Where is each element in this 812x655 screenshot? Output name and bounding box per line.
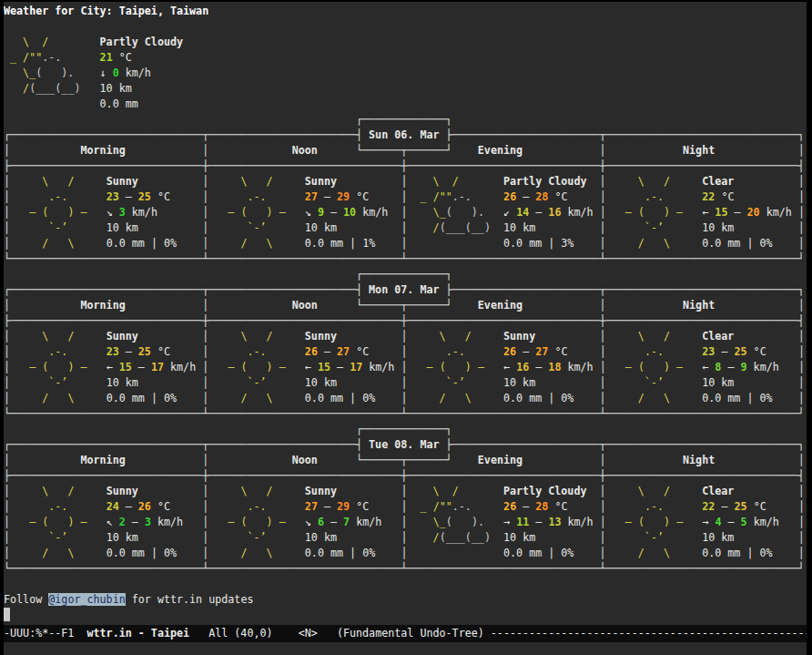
visibility-value: 10 km <box>702 531 734 544</box>
sunny-icon: `-’ <box>613 531 695 544</box>
emacs-minibuffer[interactable] <box>4 642 807 655</box>
text <box>535 376 599 389</box>
wind-value: 9 <box>318 206 324 219</box>
partly-cloudy-icon: ( ). <box>446 206 484 219</box>
text <box>606 500 613 513</box>
forecast-row: │ \ / Sunny │ \ / Sunny │ \ / Sunny │ \ … <box>4 329 807 344</box>
text <box>170 190 202 203</box>
text <box>100 531 107 544</box>
visibility-value: 10 km <box>100 82 132 95</box>
text <box>606 376 613 389</box>
text <box>452 144 478 157</box>
partly-cloudy-icon: .-. <box>452 500 472 513</box>
sunny-icon: / \ <box>613 392 695 404</box>
sunny-icon: \ / <box>16 330 99 343</box>
text: °C <box>113 51 132 64</box>
day-box-border: └──────┬──────┘ <box>356 299 452 312</box>
emacs-buffer-wttr-report[interactable]: Weather for City: Taipei, Taiwan \ / Par… <box>4 2 807 625</box>
forecast-day-table: ┌─────────────┐┌────────────────────────… <box>4 422 807 577</box>
partly-cloudy-icon: ( ). <box>446 516 484 528</box>
text <box>299 547 305 559</box>
text: – <box>529 361 548 374</box>
text: – <box>126 516 145 528</box>
text <box>10 299 80 312</box>
text <box>407 500 413 513</box>
sunny-icon: ‒ ( ) ‒ <box>16 516 99 528</box>
text: │ <box>4 531 10 544</box>
text <box>734 221 797 234</box>
table-top-border: ┌──────────────────────────────┬────────… <box>4 282 807 298</box>
text <box>299 190 305 203</box>
text <box>523 454 599 466</box>
wind-value: 5 <box>741 516 747 528</box>
text: │ <box>798 144 805 157</box>
text <box>4 97 86 110</box>
text <box>606 516 613 528</box>
text: – <box>324 516 343 528</box>
text <box>100 376 107 389</box>
wind-value: 17 <box>350 361 362 374</box>
text: │ <box>798 299 805 312</box>
text: │ <box>798 485 805 497</box>
sunny-icon: / \ <box>16 237 99 250</box>
text: │ <box>4 206 10 219</box>
table-separator: ├──────────────────────────────┼────────… <box>4 159 807 174</box>
condition-label: Sunny <box>503 330 535 343</box>
period-header: Night <box>683 454 715 466</box>
visibility-value: 10 km <box>702 376 734 389</box>
sunny-icon: .-. <box>16 345 99 358</box>
text <box>86 97 99 110</box>
text: │ <box>600 500 606 513</box>
sunny-icon: ‒ ( ) ‒ <box>613 516 695 528</box>
wind-value: 15 <box>119 361 132 374</box>
text: – <box>132 361 151 374</box>
table-border: └──────────────────────────────┴────────… <box>4 562 805 575</box>
text <box>87 82 100 95</box>
emacs-modeline[interactable]: -UUU:%*--F1 wttr.in - Taipei All (40,0) … <box>4 625 807 642</box>
text <box>535 531 599 544</box>
text <box>318 299 356 312</box>
text: ← <box>702 361 715 374</box>
text <box>497 206 503 219</box>
forecast-row: │ / \ 0.0 mm | 0% │ / \ 0.0 mm | 0% │ / … <box>4 391 807 406</box>
text <box>100 206 107 219</box>
sunny-icon: `-’ <box>413 376 496 389</box>
text: │ <box>4 361 10 374</box>
sunny-icon: `-’ <box>16 376 99 389</box>
visibility-value: 10 km <box>503 221 535 234</box>
wind-value: 16 <box>516 361 529 374</box>
modeline-flags: -UUU:%*--F1 <box>4 627 86 640</box>
wind-value: 14 <box>516 206 529 219</box>
table-border: ├───────────────────────┬───────────────… <box>446 128 805 141</box>
current-conditions: \ / Partly Cloudy _ /"".-. 21 °C \_( ). … <box>4 35 807 112</box>
table-separator: ├──────────────────────────────┼────────… <box>4 313 807 329</box>
text <box>523 144 599 157</box>
sunny-icon: \ / <box>16 485 99 497</box>
text <box>606 206 613 219</box>
twitter-link[interactable]: @igor_chubin <box>48 593 125 606</box>
wind-value: 3 <box>145 516 151 528</box>
wind-value: 6 <box>318 516 324 528</box>
text: │ <box>600 299 606 312</box>
period-header: Evening <box>478 299 523 312</box>
text <box>734 531 797 544</box>
sunny-icon: ‒ ( ) ‒ <box>613 206 695 219</box>
wind-value: 2 <box>119 516 126 528</box>
text <box>407 190 413 203</box>
text: │ <box>798 237 805 250</box>
text <box>491 221 497 234</box>
text <box>100 361 107 374</box>
text <box>606 392 613 404</box>
text <box>299 206 305 219</box>
condition-label: Partly Cloudy <box>100 36 183 48</box>
condition-label: Clear <box>702 330 734 343</box>
text: ← <box>702 206 715 219</box>
table-border: ├───────────────────────┬───────────────… <box>446 438 805 451</box>
partly-cloudy-icon: (___(__) <box>29 82 80 95</box>
partly-cloudy-icon: _ /"" <box>4 51 42 64</box>
partly-cloudy-icon: (___(__) <box>440 531 491 544</box>
period-header-row: │ Morning │ Noon └──────┬──────┘ Evening… <box>4 143 807 159</box>
text <box>299 237 305 250</box>
text: │ <box>798 376 805 389</box>
forecast-row: │ `-’ 10 km │ `-’ 10 km │ /(___(__) 10 k… <box>4 530 807 546</box>
